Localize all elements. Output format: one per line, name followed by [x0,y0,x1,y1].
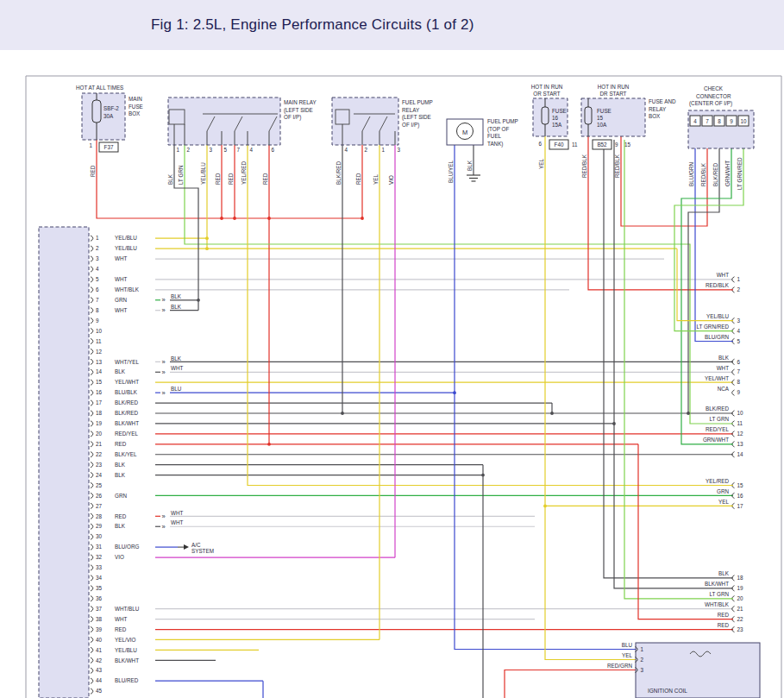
wire-label: LT GRN [709,591,729,597]
junction-dot [205,236,209,240]
pin-number: 4 [250,147,254,153]
pin-number: 24 [96,472,103,478]
pin-number: 15 [624,141,631,148]
pin-number: 1 [96,235,99,241]
pin-number: 26 [96,493,103,499]
pin-number: 29 [96,523,103,529]
pin-number: 14 [96,368,103,374]
pin-number: 10 [96,328,103,334]
label: HOT IN RUN [531,84,563,90]
pin-number: 23 [96,462,103,468]
inline-connector-icon: » [162,358,166,366]
pin-bracket [91,400,93,406]
wire-label: YEL/BLU [706,313,729,319]
wire-label: BLK [167,173,173,185]
pin-bracket [732,431,735,437]
wire-label: WHT/BLK [705,601,730,607]
wire [185,145,733,424]
pin-bracket [91,349,93,354]
pin-bracket [91,431,93,437]
pin-bracket [732,452,735,457]
wire-label: GRN/WHT [724,160,731,186]
wire-label: BLU/YEL [448,160,454,183]
pin-bracket [91,236,93,241]
pin-number: 14 [737,451,744,457]
pin-number: 7 [237,147,241,153]
wire [505,670,636,698]
pin-bracket [91,472,93,477]
pin-number: 4 [737,328,741,334]
wire-label: WHT [717,272,729,278]
connector-id: F37 [104,144,114,150]
pin-number: 19 [96,420,103,426]
pin-bracket [732,626,735,632]
wire-label: BLK [718,570,730,576]
pin-number: 10 [737,410,744,416]
pin-number: 35 [96,585,103,591]
wire-label: BLK/WHT [115,420,139,426]
pin-number: 42 [96,657,103,663]
pin-number: 8 [96,307,99,313]
junction-dot [687,412,690,415]
wire-label: WHT/BLU [115,606,140,612]
pin-bracket [732,380,735,385]
pin-bracket [91,411,93,416]
pin-bracket [91,462,93,467]
wire-label: RED [228,173,234,185]
wire-label: BLU/RED [115,677,139,683]
wire-label: RED [355,173,361,185]
pin-number: 45 [96,688,103,694]
wire-label: WHT [171,365,183,371]
pin-bracket [91,318,93,323]
pin-bracket [91,380,93,385]
pin-number: 8 [737,379,741,385]
wire-label: YEL/WHT [705,375,729,381]
wire-label: RED/BLK [614,154,620,178]
label: (LEFT SIDE [284,107,313,114]
pin-number: 21 [737,606,744,612]
wire-label: BLK [718,355,730,361]
wire-label: RED/YEL [115,431,138,437]
wire-label: RED [215,173,221,185]
pin-number: 18 [96,410,103,416]
pin-number: 1 [382,147,386,153]
pin-number: 6 [272,147,275,153]
wire-label: WHT [115,276,127,282]
label: 16 [552,115,559,121]
pin-number: 37 [96,606,103,612]
pin-number: 1 [177,147,180,153]
pin-bracket [91,359,93,364]
pin-number: 43 [96,667,103,673]
wire-label: WHT [171,510,183,516]
junction-dot [267,443,271,446]
wire-label: YEL [718,499,729,505]
pin-bracket [91,246,93,251]
wire-label: BLU/ORG [115,544,139,550]
junction-dot [267,217,271,220]
label: DR START [600,91,627,97]
pin-number: 44 [96,677,103,683]
wire-label: WHT [717,365,729,371]
diagram-frame [26,76,781,698]
pin-number: 8 [718,118,721,124]
pin-bracket [91,287,93,292]
wire-label: RED/BLK [700,162,706,186]
wire-label: LT GRN [709,416,729,422]
label: RELAY [649,106,667,112]
pin-number: 1 [89,142,92,148]
wire-label: BLK [115,462,126,468]
pin-number: 9 [730,118,733,124]
wire-label: BLK/RED [115,410,138,416]
pin-bracket [91,482,93,487]
pin-number: 39 [96,626,103,632]
label: FUSE [552,108,567,114]
pin-bracket [91,575,93,581]
wire-label: GRN [115,297,127,303]
inline-connector-icon: » [162,523,166,531]
label: HOT IN RUN [598,84,630,90]
left-connector [39,227,89,698]
pin-number: 27 [96,503,103,509]
wire-label: WHT [115,255,127,261]
label: TANK) [487,141,503,148]
wire [588,136,733,290]
